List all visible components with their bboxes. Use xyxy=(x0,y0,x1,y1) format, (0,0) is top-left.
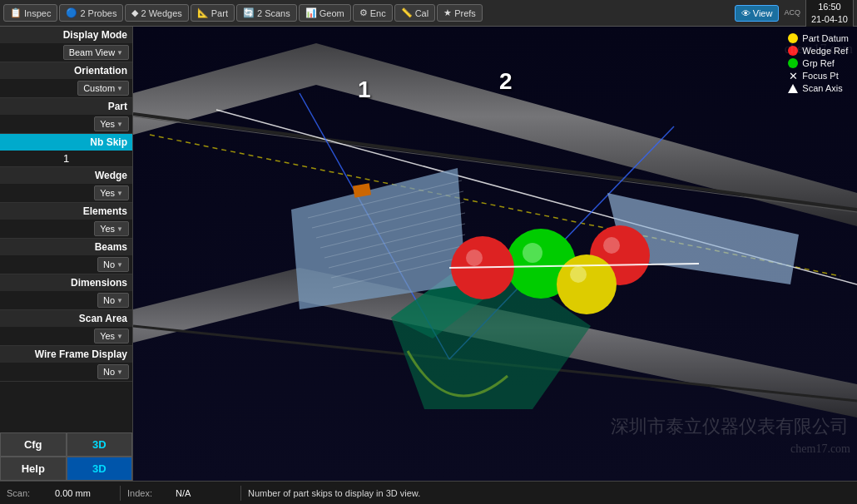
part-section: Part Yes ▼ xyxy=(0,98,132,134)
orientation-label: Orientation xyxy=(0,62,132,79)
scene-svg xyxy=(133,27,857,481)
scene-label-2: 2 xyxy=(499,68,513,95)
beams-value: No ▼ xyxy=(0,255,132,274)
orientation-dropdown[interactable]: Custom ▼ xyxy=(77,81,129,96)
wireframe-section: Wire Frame Display No ▼ xyxy=(0,346,132,382)
tab-prefs[interactable]: ★ Prefs xyxy=(437,4,483,22)
dropdown-arrow-icon: ▼ xyxy=(116,225,123,233)
dropdown-arrow-icon: ▼ xyxy=(116,333,123,340)
legend-panel: Part Datum Wedge Ref Grp Ref ✕ Focus Pt … xyxy=(788,33,849,93)
status-message: Number of part skips to display in 3D vi… xyxy=(248,488,850,498)
part-dropdown[interactable]: Yes ▼ xyxy=(94,116,129,131)
tab-part[interactable]: 📐 Part xyxy=(191,4,235,22)
wedge-label: Wedge xyxy=(0,167,132,184)
wedges-icon: ◆ xyxy=(131,7,138,18)
svg-point-26 xyxy=(466,250,483,266)
nb-skip-section: Nb Skip 1 xyxy=(0,134,132,167)
dimensions-section: Dimensions No ▼ xyxy=(0,274,132,310)
legend-grp-ref: Grp Ref xyxy=(788,58,849,68)
clock-display: 16:50 21-04-10 xyxy=(805,0,854,27)
tab-enc[interactable]: ⚙ Enc xyxy=(353,4,393,22)
part-icon: 📐 xyxy=(197,7,209,18)
legend-focus-pt-label: Focus Pt xyxy=(802,71,838,81)
main-area: Display Mode Beam View ▼ Orientation Cus… xyxy=(0,27,857,481)
tab-scans[interactable]: 🔄 2 Scans xyxy=(236,4,297,22)
button-row-2: Help 3D xyxy=(0,457,132,481)
nb-skip-value: 1 xyxy=(0,151,132,166)
dropdown-arrow-icon: ▼ xyxy=(116,368,123,376)
prefs-icon: ★ xyxy=(443,7,452,18)
dropdown-arrow-icon: ▼ xyxy=(116,297,123,304)
geom-icon: 📊 xyxy=(305,7,317,18)
tab-probes[interactable]: 🔵 2 Probes xyxy=(59,4,123,22)
part-label: Part xyxy=(0,98,132,115)
enc-icon: ⚙ xyxy=(359,7,368,18)
3d-viewport[interactable]: 1 2 Part Datum Wedge Ref Grp Ref ✕ Focus… xyxy=(133,27,857,481)
scan-area-dropdown[interactable]: Yes ▼ xyxy=(94,329,129,343)
elements-section: Elements Yes ▼ xyxy=(0,203,132,239)
scan-axis-icon xyxy=(788,84,798,93)
dropdown-arrow-icon: ▼ xyxy=(116,49,123,57)
view-icon: 👁 xyxy=(741,8,750,18)
display-mode-section: Display Mode Beam View ▼ xyxy=(0,27,132,62)
focus-pt-icon: ✕ xyxy=(788,71,798,81)
scan-area-label: Scan Area xyxy=(0,310,132,327)
dropdown-arrow-icon: ▼ xyxy=(116,121,123,128)
tab-inspec[interactable]: 📋 Inspec xyxy=(3,4,57,22)
dropdown-arrow-icon: ▼ xyxy=(116,190,123,197)
legend-focus-pt: ✕ Focus Pt xyxy=(788,71,849,81)
tab-geom[interactable]: 📊 Geom xyxy=(299,4,351,22)
index-label: Index: xyxy=(127,488,169,498)
wedge-section: Wedge Yes ▼ xyxy=(0,167,132,203)
beams-dropdown[interactable]: No ▼ xyxy=(97,257,129,272)
beams-label: Beams xyxy=(0,239,132,255)
svg-point-24 xyxy=(523,243,542,263)
wireframe-dropdown[interactable]: No ▼ xyxy=(97,364,129,379)
part-datum-icon xyxy=(788,33,798,43)
3d-button-bottom[interactable]: 3D xyxy=(67,457,133,481)
legend-wedge-ref: Wedge Ref xyxy=(788,46,849,56)
legend-scan-axis: Scan Axis xyxy=(788,83,849,93)
dropdown-arrow-icon: ▼ xyxy=(116,261,123,269)
dimensions-dropdown[interactable]: No ▼ xyxy=(97,293,129,308)
part-value: Yes ▼ xyxy=(0,115,132,133)
legend-part-datum: Part Datum xyxy=(788,33,849,43)
wedge-dropdown[interactable]: Yes ▼ xyxy=(94,185,129,200)
help-button[interactable]: Help xyxy=(0,457,67,481)
legend-wedge-ref-label: Wedge Ref xyxy=(802,46,848,56)
tab-wedges[interactable]: ◆ 2 Wedges xyxy=(125,4,188,22)
svg-point-30 xyxy=(570,266,587,283)
nb-skip-label: Nb Skip xyxy=(0,134,132,151)
cal-icon: 📏 xyxy=(401,7,413,18)
scene-label-1: 1 xyxy=(358,77,371,103)
orientation-value: Custom ▼ xyxy=(0,79,132,97)
display-mode-value: Beam View ▼ xyxy=(0,43,132,62)
legend-scan-axis-label: Scan Axis xyxy=(802,83,842,93)
wedge-value: Yes ▼ xyxy=(0,184,132,202)
display-mode-dropdown[interactable]: Beam View ▼ xyxy=(63,45,129,60)
button-row-1: Cfg 3D xyxy=(0,432,132,457)
3d-button-top[interactable]: 3D xyxy=(67,432,133,457)
dimensions-value: No ▼ xyxy=(0,291,132,309)
elements-dropdown[interactable]: Yes ▼ xyxy=(94,221,129,236)
cfg-button[interactable]: Cfg xyxy=(0,432,67,457)
scans-icon: 🔄 xyxy=(243,7,255,18)
scan-value: 0.00 mm xyxy=(55,488,113,498)
dropdown-arrow-icon: ▼ xyxy=(116,85,123,92)
tab-cal[interactable]: 📏 Cal xyxy=(394,4,436,22)
svg-point-29 xyxy=(557,254,617,314)
elements-value: Yes ▼ xyxy=(0,220,132,238)
orientation-section: Orientation Custom ▼ xyxy=(0,62,132,98)
left-panel: Display Mode Beam View ▼ Orientation Cus… xyxy=(0,27,133,481)
acq-indicator: ACQ xyxy=(780,7,804,19)
dimensions-label: Dimensions xyxy=(0,274,132,291)
scan-area-value: Yes ▼ xyxy=(0,327,132,345)
tab-view[interactable]: 👁 View xyxy=(735,5,780,22)
legend-grp-ref-label: Grp Ref xyxy=(802,58,835,68)
inspec-icon: 📋 xyxy=(10,7,22,18)
toolbar: 📋 Inspec 🔵 2 Probes ◆ 2 Wedges 📐 Part 🔄 … xyxy=(0,0,857,27)
status-divider-2 xyxy=(240,486,241,501)
scan-label: Scan: xyxy=(7,488,48,498)
svg-point-28 xyxy=(603,237,620,254)
wireframe-label: Wire Frame Display xyxy=(0,346,132,363)
